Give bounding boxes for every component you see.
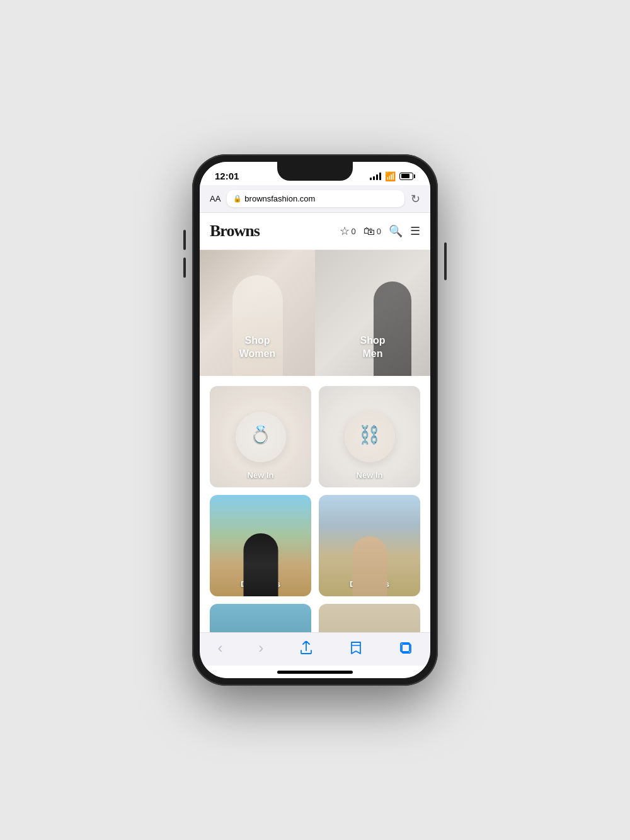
wishlist-icon: ☆ — [340, 224, 350, 238]
new-in-women-label: New In — [248, 470, 274, 480]
lock-icon: 🔒 — [233, 195, 242, 203]
cart-count: 0 — [377, 227, 381, 236]
designers-men-label: Designers — [350, 579, 389, 589]
phone-screen: 12:01 📶 AA 🔒 — [200, 162, 430, 678]
site-header: Browns ☆ 0 🛍 0 🔍 ☰ — [200, 213, 430, 250]
clothing-men-card[interactable]: Clothing — [319, 604, 420, 632]
wifi-icon: 📶 — [385, 171, 396, 181]
tabs-button[interactable] — [399, 641, 413, 655]
shop-women-banner[interactable]: ShopWomen — [200, 250, 315, 376]
designers-women-card[interactable]: Designers — [210, 495, 311, 596]
header-icons: ☆ 0 🛍 0 🔍 ☰ — [340, 224, 420, 238]
home-indicator — [200, 666, 430, 678]
hero-section: ShopWomen ShopMen — [200, 250, 430, 376]
site-logo[interactable]: Browns — [210, 222, 260, 241]
new-in-men-label: New In — [357, 470, 383, 480]
reload-button[interactable]: ↻ — [411, 192, 420, 206]
wishlist-button[interactable]: ☆ 0 — [340, 224, 356, 238]
share-button[interactable] — [299, 641, 313, 655]
browser-address-bar[interactable]: AA 🔒 brownsfashion.com ↻ — [200, 185, 430, 213]
battery-icon — [399, 173, 415, 180]
notch — [277, 162, 353, 181]
designers-women-label: Designers — [241, 579, 280, 589]
new-in-women-card[interactable]: New In — [210, 386, 311, 487]
power-button[interactable] — [444, 242, 447, 280]
signal-icon — [370, 173, 381, 180]
category-grid: New In New In Designers Designers Clothi… — [200, 376, 430, 632]
url-text: brownsfashion.com — [244, 194, 315, 203]
volume-down-button[interactable] — [183, 258, 186, 278]
bookmarks-button[interactable] — [349, 641, 363, 655]
designers-men-card[interactable]: Designers — [319, 495, 420, 596]
shop-women-label: ShopWomen — [239, 334, 275, 361]
status-icons: 📶 — [370, 171, 415, 181]
wishlist-count: 0 — [352, 227, 356, 236]
menu-button[interactable]: ☰ — [410, 224, 420, 238]
volume-up-button[interactable] — [183, 230, 186, 250]
status-time: 12:01 — [215, 171, 239, 181]
shop-men-banner[interactable]: ShopMen — [315, 250, 430, 376]
clothing-women-card[interactable]: Clothing — [210, 604, 311, 632]
website-content: Browns ☆ 0 🛍 0 🔍 ☰ ShopWome — [200, 213, 430, 632]
shop-men-label: ShopMen — [360, 334, 386, 361]
cart-button[interactable]: 🛍 0 — [364, 225, 381, 238]
browser-toolbar: ‹ › — [200, 632, 430, 666]
cart-icon: 🛍 — [364, 225, 375, 238]
home-bar — [277, 671, 353, 674]
search-button[interactable]: 🔍 — [389, 224, 403, 238]
new-in-men-card[interactable]: New In — [319, 386, 420, 487]
font-size-button[interactable]: AA — [210, 194, 220, 203]
phone-device: 12:01 📶 AA 🔒 — [192, 154, 438, 686]
forward-button[interactable]: › — [258, 639, 263, 657]
back-button[interactable]: ‹ — [217, 639, 222, 657]
url-input[interactable]: 🔒 brownsfashion.com — [227, 190, 404, 207]
